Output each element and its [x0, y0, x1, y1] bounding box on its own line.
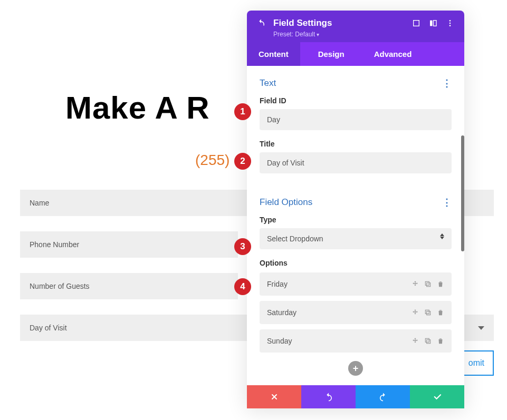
annotation-marker-4: 4: [234, 278, 251, 295]
layout-icon[interactable]: [428, 18, 438, 28]
options-label: Options: [260, 259, 452, 267]
add-option-row: +: [260, 358, 452, 385]
svg-point-5: [449, 25, 451, 26]
phone-display: (255): [195, 152, 229, 169]
duplicate-icon[interactable]: [424, 337, 432, 345]
undo-button[interactable]: [301, 385, 356, 408]
section-header-field-options[interactable]: Field Options ⋮: [247, 181, 464, 213]
svg-rect-9: [425, 310, 429, 314]
option-label: Friday: [267, 280, 412, 288]
options-list: Options Friday Saturday Sunday: [247, 257, 464, 385]
option-controls: [412, 280, 444, 288]
type-label: Type: [260, 216, 452, 224]
option-label: Saturday: [267, 308, 412, 317]
tab-content[interactable]: Content: [247, 42, 300, 66]
svg-rect-1: [430, 21, 433, 26]
svg-rect-0: [414, 21, 419, 26]
svg-rect-11: [425, 338, 429, 342]
duplicate-icon[interactable]: [424, 309, 432, 316]
type-block: Type Select Dropdown: [247, 213, 464, 257]
option-controls: [412, 337, 444, 345]
section-field-options-label: Field Options: [260, 197, 312, 208]
option-row[interactable]: Saturday: [260, 301, 452, 324]
phone-input-placeholder: Phone Number: [30, 240, 79, 249]
field-id-label: Field ID: [260, 96, 452, 105]
kebab-menu-icon[interactable]: [445, 18, 455, 28]
guests-input-placeholder: Number of Guests: [30, 282, 90, 290]
type-select[interactable]: Select Dropdown: [260, 228, 452, 249]
confirm-button[interactable]: [410, 385, 464, 408]
tab-design[interactable]: Design: [307, 42, 356, 66]
option-row[interactable]: Friday: [260, 272, 452, 296]
annotation-marker-2: 2: [234, 153, 251, 170]
trash-icon[interactable]: [437, 337, 444, 345]
title-block: Title Day of Visit: [247, 138, 464, 181]
scrollbar[interactable]: [461, 135, 464, 251]
annotation-marker-1: 1: [234, 103, 251, 120]
sort-icon: [440, 233, 444, 239]
section-field-options-menu-icon[interactable]: ⋮: [442, 197, 452, 208]
title-label: Title: [260, 140, 452, 148]
back-icon[interactable]: [256, 18, 266, 28]
svg-rect-2: [434, 21, 436, 26]
move-icon[interactable]: [412, 309, 419, 316]
chevron-down-icon: [478, 326, 484, 330]
page-title: Make A R: [65, 90, 210, 126]
svg-point-3: [449, 20, 451, 22]
svg-rect-8: [427, 311, 431, 315]
section-text-label: Text: [260, 78, 276, 89]
option-controls: [412, 309, 444, 316]
annotation-marker-3: 3: [234, 238, 251, 255]
panel-title: Field Settings: [273, 18, 404, 28]
svg-point-4: [449, 23, 451, 24]
option-row[interactable]: Sunday: [260, 329, 452, 353]
submit-button-label: omit: [468, 358, 484, 368]
section-text-menu-icon[interactable]: ⋮: [442, 77, 452, 89]
cancel-button[interactable]: [247, 385, 301, 408]
tabs: Content Design Advanced: [247, 42, 464, 66]
day-select-placeholder: Day of Visit: [30, 324, 67, 332]
option-label: Sunday: [267, 337, 412, 345]
phone-input[interactable]: Phone Number: [20, 231, 238, 258]
preset-selector[interactable]: Preset: Default: [273, 31, 455, 38]
field-id-input[interactable]: Day: [260, 109, 452, 130]
field-settings-panel: Field Settings Preset: Default Content D…: [247, 11, 464, 408]
redo-button[interactable]: [356, 385, 410, 408]
move-icon[interactable]: [412, 280, 419, 288]
panel-header: Field Settings Preset: Default: [247, 11, 464, 42]
svg-rect-7: [425, 281, 429, 285]
expand-icon[interactable]: [412, 18, 421, 28]
title-input[interactable]: Day of Visit: [260, 152, 452, 173]
move-icon[interactable]: [412, 337, 419, 345]
guests-input[interactable]: Number of Guests: [20, 273, 238, 299]
name-input-placeholder: Name: [30, 199, 49, 207]
section-header-text[interactable]: Text ⋮: [247, 66, 464, 94]
svg-rect-10: [427, 340, 431, 344]
field-id-block: Field ID Day: [247, 94, 464, 138]
trash-icon[interactable]: [437, 309, 444, 316]
panel-footer: [247, 385, 464, 408]
tab-advanced[interactable]: Advanced: [362, 42, 424, 66]
svg-rect-6: [427, 283, 431, 287]
trash-icon[interactable]: [437, 280, 444, 288]
add-option-button[interactable]: +: [348, 361, 363, 376]
panel-body: Text ⋮ Field ID Day Title Day of Visit F…: [247, 66, 464, 385]
duplicate-icon[interactable]: [424, 280, 432, 288]
